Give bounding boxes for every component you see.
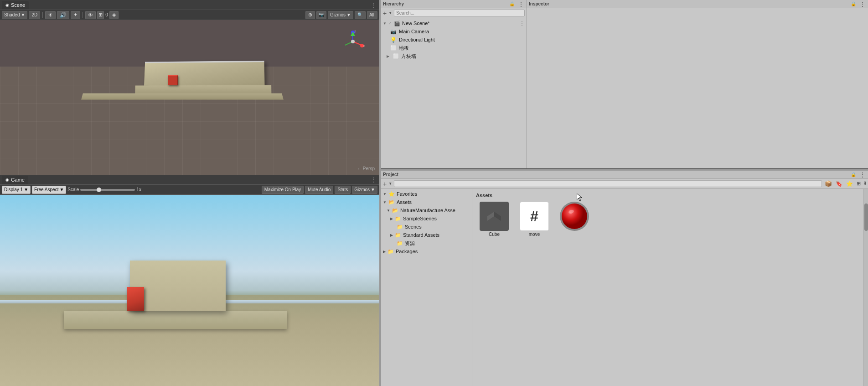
scene-tab-bar: ◉ Scene ⋮ [0,0,379,10]
new-scene-label: New Scene* [402,21,430,26]
asset-move[interactable]: # move [516,200,553,239]
aspect-dropdown[interactable]: Free Aspect ▼ [32,186,66,194]
shading-arrow: ▼ [21,12,25,17]
project-filter-icon[interactable]: 🔖 [835,181,843,187]
asset-cube[interactable]: Cube [476,200,512,239]
hierarchy-item-new-scene[interactable]: ▼ ✓ 🎬 New Scene* ⋮ [381,19,527,27]
camera-btn[interactable]: 📷 [316,11,326,19]
assets-label: Assets [397,199,412,205]
project-tree: ▼ ⭐ Favorites ▼ 📂 Assets ▼ [381,189,472,386]
scene-red-cube-object [168,75,178,85]
assets-grid: Cube # move [476,200,860,239]
project-star-icon[interactable]: ⭐ [845,181,854,187]
game-gizmos-label: Gizmos [354,187,370,192]
game-gizmos-dropdown[interactable]: Gizmos ▼ [352,186,377,194]
project-add-btn[interactable]: + [383,181,387,187]
scale-slider[interactable] [80,189,135,191]
game-tab[interactable]: ◉ Game [2,176,28,184]
inspector-header-icons: 🔒 ⋮ [850,1,866,7]
project-icon-count: 8 [863,181,866,186]
nature-label: NatureManufacture Asse [400,208,455,213]
search-icon-btn[interactable]: 🔍 [355,11,366,19]
gizmo-widget[interactable]: z x [341,29,366,54]
game-platform-object [64,311,287,329]
project-search-input[interactable] [394,180,822,187]
project-tree-standard-assets[interactable]: ▶ 📁 Standard Assets [381,231,472,239]
render-btn[interactable]: ◈ [109,11,119,19]
game-viewport [0,195,379,386]
project-packages-icon[interactable]: 📦 [824,180,833,187]
standard-expand-arrow: ▶ [390,233,393,237]
project-tree-sample-scenes[interactable]: ▶ 📁 SampleScenes [381,214,472,223]
camera-object-icon: 📷 [390,29,397,35]
scrollbar-thumb[interactable] [864,203,868,231]
red-material-thumbnail [560,202,589,231]
packages-label: Packages [396,249,418,254]
hierarchy-toolbar: + ▼ [381,8,527,18]
resources-label: 资源 [405,240,415,247]
assets-folder-icon: 📂 [388,199,395,205]
effects-btn[interactable]: ✦ [71,11,80,19]
assets-scrollbar[interactable] [863,189,868,386]
inspector-panel-header: Inspector 🔒 ⋮ [527,0,868,8]
shading-dropdown[interactable]: Shaded ▼ [2,11,27,19]
display-label: Display 1 [4,187,23,192]
asset-red-material[interactable]: red [556,200,593,239]
game-toolbar: Display 1 ▼ Free Aspect ▼ Scale 1x Maxim… [0,185,379,195]
inspector-more-btn[interactable]: ⋮ [859,1,866,7]
lighting-btn[interactable]: ☀ [45,11,56,19]
persp-label: ← Persp [357,166,375,171]
game-tab-bar: ◉ Game ⋮ [0,175,379,185]
hierarchy-add-btn[interactable]: + [383,10,387,16]
new-scene-expand-check: ✓ [388,21,392,26]
project-panel: Project 🔒 ⋮ + ▼ 📦 🔖 ⭐ ⊞ [381,171,868,386]
hierarchy-item-block-wall[interactable]: ▶ ⬜ 方块墙 [381,52,527,60]
project-tree-nature[interactable]: ▼ 📂 NatureManufacture Asse [381,206,472,214]
project-tree-scenes[interactable]: 📁 Scenes [381,223,472,231]
project-view-icon[interactable]: ⊞ [856,181,862,187]
hierarchy-item-floor[interactable]: ⬜ 地板 [381,44,527,52]
floor-label: 地板 [399,45,409,52]
project-tree-assets[interactable]: ▼ 📂 Assets [381,198,472,206]
shading-label: Shaded [4,12,20,17]
audio-btn[interactable]: 🔊 [57,11,69,19]
maximize-on-play-btn[interactable]: Maximize On Play [262,186,304,194]
hierarchy-item-directional-light[interactable]: 💡 Directional Light [381,36,527,44]
resources-folder-icon: 📁 [397,240,403,246]
scene-panel-menu-btn[interactable]: ⋮ [370,2,377,8]
project-lock-btn[interactable]: 🔒 [850,172,857,177]
gizmos-arrow: ▼ [346,12,351,17]
all-dropdown[interactable]: All [367,11,377,19]
cube-thumbnail [480,202,509,231]
hierarchy-more-btn[interactable]: ⋮ [517,1,525,7]
gizmos-label: Gizmos [330,12,346,17]
game-panel-menu-btn[interactable]: ⋮ [370,177,377,183]
svg-point-7 [351,40,355,43]
hidden-btn[interactable]: 👁 [85,11,96,19]
hierarchy-item-menu[interactable]: ⋮ [519,20,525,26]
game-red-cube-object [127,287,144,311]
project-title: Project [383,172,398,177]
hierarchy-dropdown-arrow: ▼ [388,11,392,15]
hierarchy-search-input[interactable] [394,10,525,16]
project-tree-packages[interactable]: ▶ 📁 Packages [381,247,472,256]
stats-btn[interactable]: Stats [335,186,351,194]
twod-btn[interactable]: 2D [29,11,40,19]
project-tree-resources[interactable]: 📁 资源 [381,239,472,247]
mute-audio-btn[interactable]: Mute Audio [305,186,333,194]
hierarchy-header-icons: 🔒 ⋮ [508,1,525,7]
scene-tab[interactable]: ◉ Scene [2,1,29,9]
grid-btn[interactable]: ⊞ [97,11,104,19]
inspector-lock-btn[interactable]: 🔒 [850,1,857,6]
project-more-btn[interactable]: ⋮ [859,172,866,178]
project-tree-favorites[interactable]: ▼ ⭐ Favorites [381,190,472,198]
display-dropdown[interactable]: Display 1 ▼ [2,186,31,194]
main-camera-label: Main Camera [399,29,429,34]
move-asset-name: move [529,232,540,237]
inspector-body [527,8,868,168]
center-btn[interactable]: ⊕ [305,11,315,19]
scene-icon: ◉ [5,3,9,7]
hierarchy-item-main-camera[interactable]: 📷 Main Camera [381,27,527,36]
gizmos-dropdown[interactable]: Gizmos ▼ [328,11,353,19]
hierarchy-lock-btn[interactable]: 🔒 [508,1,516,6]
